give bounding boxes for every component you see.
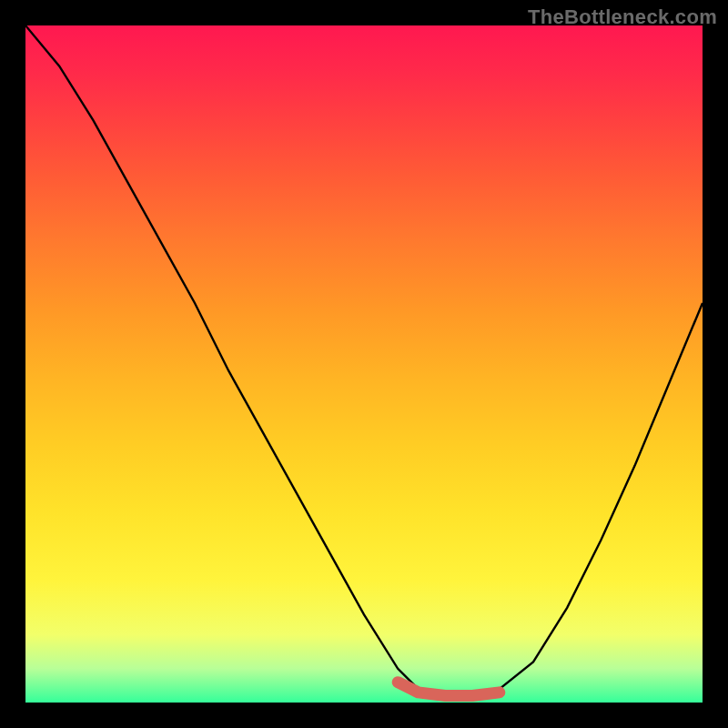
curve-path — [25, 25, 703, 696]
watermark-text: TheBottleneck.com — [528, 5, 717, 29]
optimal-band-marker — [398, 682, 500, 696]
plot-area — [25, 25, 703, 703]
bottleneck-curve — [25, 25, 703, 703]
chart-frame: TheBottleneck.com — [0, 0, 728, 728]
